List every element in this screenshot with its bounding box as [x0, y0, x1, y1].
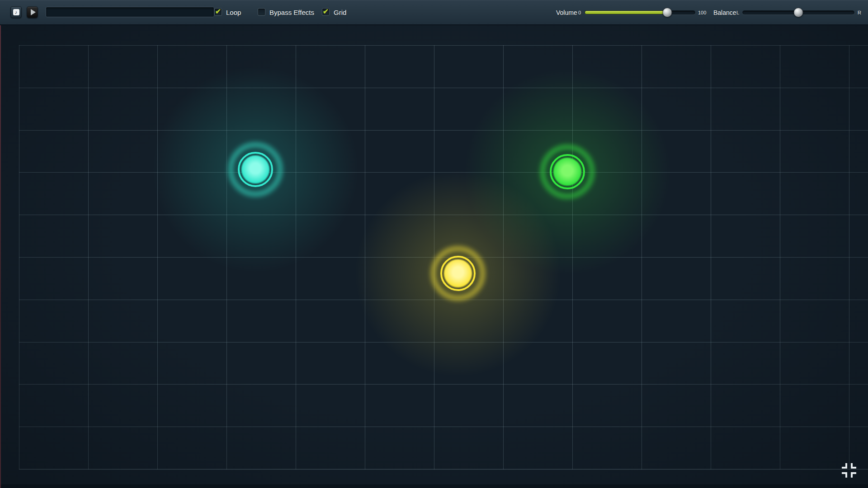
node-core: [553, 158, 581, 186]
volume-fill: [585, 11, 667, 14]
play-button[interactable]: [27, 6, 38, 18]
grid-label: Grid: [334, 9, 346, 16]
corner-bottom-right: [851, 472, 856, 478]
bottom-edge-shading: [0, 484, 868, 488]
volume-handle[interactable]: [663, 8, 672, 17]
volume-slider[interactable]: [585, 10, 695, 14]
file-path-input[interactable]: [46, 7, 214, 17]
volume-min-label: 0: [578, 10, 581, 15]
corner-top-right: [851, 463, 856, 469]
balance-handle[interactable]: [794, 8, 803, 17]
left-edge-strip: [0, 24, 1, 488]
bypass-effects-label: Bypass Effects: [269, 9, 314, 16]
toolbar: ♪ ✔ Loop ✔ Bypass Effects ✔ Grid Volume …: [0, 0, 868, 25]
node-core: [444, 259, 472, 287]
exit-fullscreen-button[interactable]: [842, 463, 856, 478]
node-canvas[interactable]: [0, 24, 868, 488]
balance-label: Balance: [713, 9, 736, 16]
volume-label: Volume: [556, 9, 577, 16]
volume-max-label: 100: [698, 10, 706, 15]
bypass-effects-checkbox[interactable]: ✔: [258, 8, 265, 16]
loop-label: Loop: [226, 9, 241, 16]
check-icon: ✔: [323, 8, 329, 15]
balance-right-label: R: [858, 10, 861, 15]
corner-top-left: [842, 463, 847, 469]
loop-checkbox[interactable]: ✔: [214, 8, 222, 16]
node-core: [241, 155, 269, 183]
corner-bottom-left: [842, 472, 847, 478]
music-file-icon: ♪: [13, 9, 19, 15]
check-icon: ✔: [215, 8, 221, 15]
open-audio-file-button[interactable]: ♪: [10, 6, 22, 18]
grid-checkbox[interactable]: ✔: [322, 8, 330, 16]
balance-slider[interactable]: [742, 10, 854, 14]
balance-left-label: L: [736, 10, 739, 15]
play-icon: [31, 9, 36, 15]
